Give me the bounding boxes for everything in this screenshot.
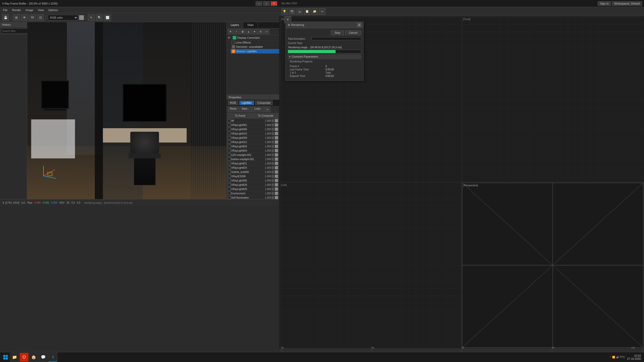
max-toolbar-btn-3[interactable]: 🗂 xyxy=(296,8,303,15)
max-toolbar-btn-5[interactable]: 📁 xyxy=(311,8,318,15)
layer-lens-effects[interactable]: + Lens Effects xyxy=(231,40,279,44)
cursor-btn[interactable]: ↖ xyxy=(88,14,95,21)
svg-rect-11 xyxy=(3,355,5,357)
list-options-btn[interactable]: ≡ xyxy=(265,107,270,112)
close-btn[interactable]: ✕ xyxy=(271,1,277,6)
taskbar-browser[interactable]: O xyxy=(20,353,29,362)
glass-frame-1 xyxy=(95,22,103,199)
menu-render[interactable]: Render xyxy=(10,8,23,12)
rendering-progress-label: Rendering Progress: xyxy=(288,59,361,64)
light-row-4[interactable]: ✓ VRayLight009 1.000 ▲▼ xyxy=(227,136,279,140)
light-row-7[interactable]: ✓ VRayLight816 1.000 ▲▼ xyxy=(227,149,279,153)
coords-display: [1744, 1914] xyxy=(5,201,19,204)
raw-label: Raw xyxy=(27,201,32,204)
layer-move-dn-btn[interactable]: ▼ xyxy=(252,29,257,34)
light-row-8[interactable]: ✓ LED-vraylight-001 1.000 ▲▼ xyxy=(227,153,279,157)
color-mode-select[interactable]: RGB color xyxy=(48,15,78,20)
layer-eye-btn[interactable]: 👁 xyxy=(228,29,233,34)
light-row-12[interactable]: ✓ Svitlnik_test066 1.000 ▲▼ xyxy=(227,170,279,174)
taskbar-file-explorer[interactable]: 📁 xyxy=(10,353,19,362)
max-toolbar-btn-2[interactable]: 📷 xyxy=(289,8,295,15)
clock[interactable]: 15:52 27.10.2020 xyxy=(627,354,641,360)
tray-language[interactable]: РУС xyxy=(620,356,625,358)
stereo-btn[interactable]: 👁 xyxy=(21,14,28,21)
light-row-15[interactable]: ✓ VRayLight828 1.000 ▲▼ xyxy=(227,183,279,187)
fit-btn[interactable]: ⊡ xyxy=(37,14,44,21)
light-row-2[interactable]: ✓ VRayLight006 1.000 ▲▼ xyxy=(227,127,279,131)
light-row-13[interactable]: ✓ VRayIES006 1.000 ▲▼ xyxy=(227,174,279,178)
total-anim-label: Total Animation: xyxy=(288,37,310,40)
light-list: ✓ All 1.000 ▲ ▼ ✓ VRayLight001 xyxy=(227,119,279,199)
region-select-btn[interactable]: ⬜ xyxy=(104,14,111,21)
size-display: 1x1 xyxy=(21,201,25,204)
light-swatch-all[interactable] xyxy=(275,119,278,122)
tab-layers[interactable]: Layers xyxy=(227,22,243,28)
layer-move-up-btn[interactable]: ▲ xyxy=(246,29,251,34)
light-row-1[interactable]: ✓ VRayLight001 1.000 ▲▼ xyxy=(227,123,279,127)
layer-display-correction[interactable]: Display Correction xyxy=(237,36,260,39)
menu-image[interactable]: Image xyxy=(24,8,35,12)
load-btn[interactable]: Load... xyxy=(252,107,264,112)
menu-view[interactable]: View xyxy=(36,8,46,12)
menu-options[interactable]: Options xyxy=(46,8,60,12)
layer-settings-btn[interactable]: ⚙ xyxy=(258,29,263,34)
to-scene-btn[interactable]: To Scene xyxy=(228,114,253,118)
properties-panel: Properties RGB LightMix Composite Reset … xyxy=(227,95,279,199)
cancel-button[interactable]: Cancel xyxy=(345,30,361,35)
color-swatch[interactable] xyxy=(79,15,84,20)
tab-stats[interactable]: Stats xyxy=(243,22,258,28)
region-render-btn[interactable]: ⊞ xyxy=(13,14,20,21)
max-toolbar-btn-4[interactable]: 📋 xyxy=(304,8,310,15)
common-params-header[interactable]: ▼ Common Parameters xyxy=(288,54,361,59)
zoom-in-btn[interactable]: 🔍 xyxy=(96,14,103,21)
to-composite-btn[interactable]: To Composite xyxy=(253,114,278,118)
save-image-btn[interactable]: 💾 xyxy=(2,14,9,21)
elapsed-label: Elapsed Time: xyxy=(290,75,324,77)
light-row-17[interactable]: ✓ Environment 1.000 ▲▼ xyxy=(227,191,279,196)
light-row-5[interactable]: ✓ VRayLight012 1.000 ▲▼ xyxy=(227,140,279,144)
progress-bar-fill xyxy=(288,50,336,53)
reset-btn[interactable]: Reset xyxy=(228,107,239,112)
taskbar-3dsmax[interactable]: 3 xyxy=(48,353,57,362)
dialog-close-btn[interactable]: ✕ xyxy=(357,23,361,27)
layer-source-lightmix[interactable]: ⚡ Source: LightMix xyxy=(231,49,279,54)
light-row-14[interactable]: ✓ VRayLight006 1.000 ▲▼ xyxy=(227,178,279,183)
prop-tab-rgb[interactable]: RGB xyxy=(228,101,238,105)
minimize-btn[interactable]: — xyxy=(256,1,262,6)
light-row-16[interactable]: ✓ VRayLight829 1.000 ▲▼ xyxy=(227,187,279,191)
light-row-all[interactable]: ✓ All 1.000 ▲ ▼ xyxy=(227,119,279,123)
light-spinner-all[interactable]: ▲ ▼ xyxy=(272,119,274,122)
lightmix-icon: ⚡ xyxy=(232,50,235,53)
light-row-18[interactable]: ✓ Self Illumination 1.000 ▲▼ xyxy=(227,196,279,199)
maximize-btn[interactable]: □ xyxy=(263,1,270,6)
system-tray: ^ 📶 🔊 РУС xyxy=(610,356,625,358)
dialog-title: ⚙ Rendering xyxy=(288,23,304,27)
save-btn[interactable]: Save... xyxy=(239,107,252,112)
menu-file[interactable]: File xyxy=(1,8,10,12)
prop-tab-lightmix[interactable]: LightMix xyxy=(239,101,254,105)
sign-in-btn[interactable]: Sign In xyxy=(598,1,611,6)
light-row-9[interactable]: ✓ bottom-vraylight-001 1.000 ▲▼ xyxy=(227,157,279,161)
vp-grid-bl xyxy=(280,183,461,348)
workspace-btn[interactable]: Workspaces: Default xyxy=(612,1,642,6)
taskbar-chat[interactable]: 💬 xyxy=(39,353,48,362)
start-button[interactable] xyxy=(1,353,10,362)
taskbar-app3[interactable]: 🏠 xyxy=(29,353,38,362)
progress-bar-container xyxy=(288,50,361,53)
layer-del-btn[interactable]: 🗑 xyxy=(240,29,245,34)
prop-tab-composite[interactable]: Composite xyxy=(255,101,273,105)
light-check-all[interactable]: ✓ xyxy=(228,119,231,122)
lens-effects-checkbox[interactable]: + xyxy=(232,41,235,44)
layer-add-btn[interactable]: + xyxy=(234,29,239,34)
zoom-btn[interactable]: 50 xyxy=(29,14,36,21)
stop-button[interactable]: Stop xyxy=(331,30,344,35)
light-row-10[interactable]: ✓ VRayLight821 1.000 ▲▼ xyxy=(227,161,279,166)
light-row-6[interactable]: ✓ VRayLight803 1.000 ▲▼ xyxy=(227,144,279,149)
layer-undo-btn[interactable]: ↩ xyxy=(264,29,269,34)
max-toolbar-btn-6[interactable]: ↩ xyxy=(319,8,326,15)
tray-chevron[interactable]: ^ xyxy=(610,356,611,358)
light-row-11[interactable]: ✓ VRayLight824 1.000 ▲▼ xyxy=(227,166,279,170)
layer-denoiser[interactable]: ⚬ Denoiser: unavailable xyxy=(231,44,279,49)
max-toolbar-btn-1[interactable]: 💡 xyxy=(281,8,288,15)
light-row-3[interactable]: ✓ VRayLight010 1.000 ▲▼ xyxy=(227,131,279,136)
